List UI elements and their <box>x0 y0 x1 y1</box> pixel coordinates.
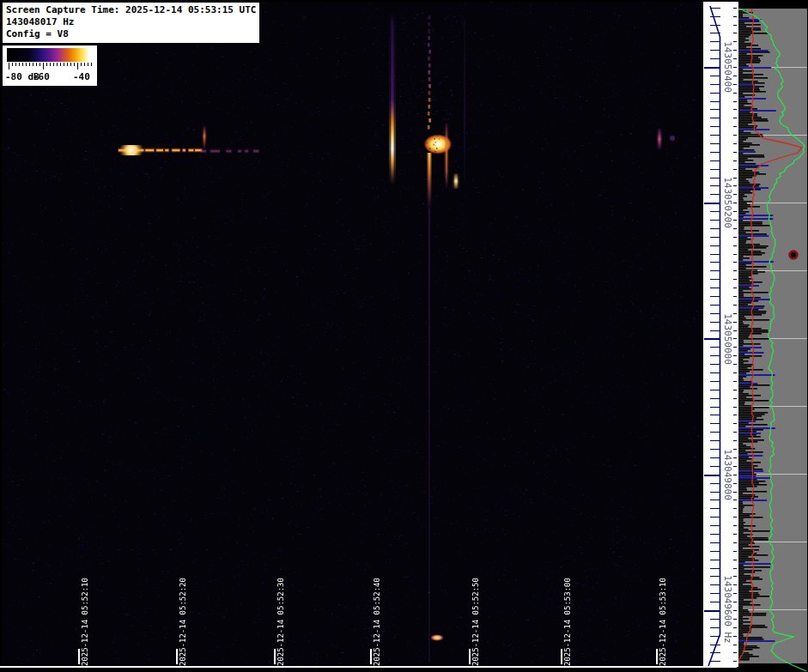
colorbar-major-tick <box>77 63 78 70</box>
colorbar-minor-tick <box>22 63 23 66</box>
colorbar-label-max: -40 <box>73 71 90 82</box>
colorbar-minor-tick <box>26 63 27 66</box>
time-label: 2025-12-14 05:53:10 <box>659 568 668 666</box>
colorbar-minor-tick <box>60 63 61 66</box>
capture-time-text: Screen Capture Time: 2025-12-14 05:53:15… <box>6 4 256 16</box>
time-axis: 2025-12-14 05:52:102025-12-14 05:52:2020… <box>0 0 738 672</box>
colorbar-minor-tick <box>46 63 47 66</box>
colorbar-minor-tick <box>64 63 64 66</box>
colorbar-minor-tick <box>50 63 51 66</box>
colorbar-minor-tick <box>70 63 71 66</box>
colorbar-minor-tick <box>84 63 85 66</box>
time-tick <box>656 649 658 664</box>
freq-axis-line <box>703 2 738 667</box>
time-label: 2025-12-14 05:52:20 <box>179 568 188 666</box>
colorbar-minor-tick <box>39 63 40 66</box>
info-box: Screen Capture Time: 2025-12-14 05:53:15… <box>3 3 259 43</box>
colorbar-minor-tick <box>12 63 13 66</box>
colorbar-label-mid: -60 <box>33 71 50 82</box>
time-tick <box>176 649 178 664</box>
colorbar-minor-tick <box>36 63 37 66</box>
time-label: 2025-12-14 05:52:50 <box>471 568 481 666</box>
config-text: Config = V8 <box>6 28 256 40</box>
colorbar-minor-tick <box>67 63 68 66</box>
colorbar-minor-tick <box>53 63 54 66</box>
live-spectrum-panel <box>738 0 808 672</box>
colorbar-gradient <box>7 48 92 62</box>
time-tick <box>370 649 372 664</box>
colorbar-minor-tick <box>57 63 58 66</box>
colorbar-major-tick <box>9 63 9 70</box>
frequency-text: 143048017 Hz <box>6 16 256 28</box>
colorbar-minor-tick <box>74 63 75 66</box>
colorbar-minor-tick <box>19 63 20 66</box>
spectrogram-screen-capture: 2025-12-14 05:52:102025-12-14 05:52:2020… <box>0 0 808 672</box>
colorbar-minor-tick <box>81 63 82 66</box>
time-label: 2025-12-14 05:52:40 <box>373 568 382 666</box>
colorbar-major-tick <box>43 63 44 70</box>
time-tick <box>274 649 276 664</box>
time-tick <box>561 649 562 664</box>
colorbar-minor-tick <box>15 63 16 66</box>
time-tick <box>469 649 471 664</box>
time-label: 2025-12-14 05:52:30 <box>276 568 286 666</box>
time-tick <box>78 649 80 664</box>
colorbar-minor-tick <box>91 63 92 66</box>
colorbar-minor-tick <box>33 63 33 66</box>
colorbar-minor-tick <box>29 63 30 66</box>
colorbar-legend: -80 dB -60 -40 <box>3 45 97 86</box>
time-label: 2025-12-14 05:52:10 <box>81 568 90 666</box>
time-label: 2025-12-14 05:53:00 <box>563 568 573 666</box>
frequency-ruler: 1430504001430502001430500001430498001430… <box>703 2 738 667</box>
colorbar-minor-tick <box>88 63 88 66</box>
time-axis-baseline <box>0 666 737 668</box>
